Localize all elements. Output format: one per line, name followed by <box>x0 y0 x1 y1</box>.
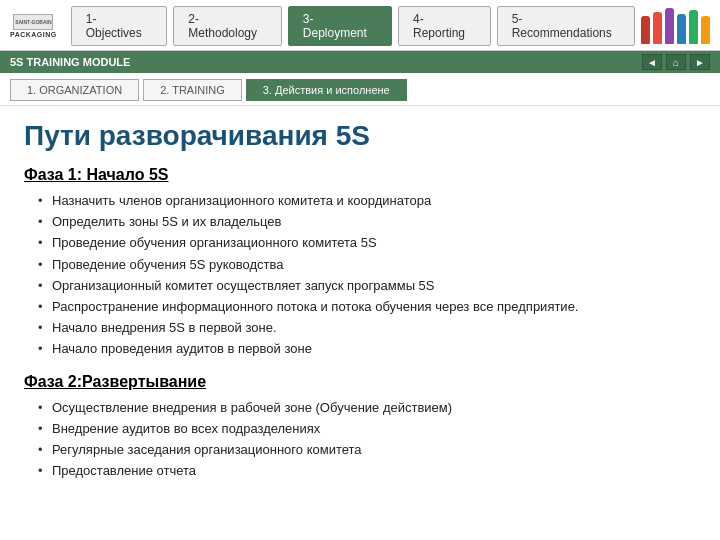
list-item: Внедрение аудитов во всех подразделениях <box>38 420 696 438</box>
list-item: Определить зоны 5S и их владельцев <box>38 213 696 231</box>
phases-container: Фаза 1: Начало 5SНазначить членов органи… <box>24 166 696 480</box>
list-item: Регулярные заседания организационного ко… <box>38 441 696 459</box>
module-nav: ◄ ⌂ ► <box>642 54 710 70</box>
page-title: Пути разворачивания 5S <box>24 120 696 152</box>
sub-tab-training[interactable]: 2. TRAINING <box>143 79 242 101</box>
bottle-area <box>641 8 710 44</box>
bottle-icon-2 <box>665 8 674 44</box>
phase-list-1: Осуществление внедрения в рабочей зоне (… <box>24 399 696 481</box>
bottle-icon-1 <box>653 12 662 44</box>
list-item: Проведение обучения организационного ком… <box>38 234 696 252</box>
list-item: Начало проведения аудитов в первой зоне <box>38 340 696 358</box>
bottle-icon-3 <box>677 14 686 44</box>
content: Пути разворачивания 5S Фаза 1: Начало 5S… <box>0 106 720 540</box>
phase-0: Фаза 1: Начало 5SНазначить членов органи… <box>24 166 696 359</box>
phase-1: Фаза 2:РазвертываниеОсуществление внедре… <box>24 373 696 481</box>
nav-tab-reporting[interactable]: 4- Reporting <box>398 6 491 46</box>
list-item: Проведение обучения 5S руководства <box>38 256 696 274</box>
logo-top: SAINT-GOBAIN <box>13 14 53 30</box>
list-item: Начало внедрения 5S в первой зоне. <box>38 319 696 337</box>
nav-home-button[interactable]: ⌂ <box>666 54 686 70</box>
nav-tab-recommendations[interactable]: 5- Recommendations <box>497 6 635 46</box>
header: SAINT-GOBAIN PACKAGING 1- Objectives2- M… <box>0 0 720 51</box>
logo-bottom: PACKAGING <box>10 31 57 38</box>
list-item: Распространение информационного потока и… <box>38 298 696 316</box>
nav-tab-deployment[interactable]: 3- Deployment <box>288 6 392 46</box>
module-bar: 5S TRAINING MODULE ◄ ⌂ ► <box>0 51 720 73</box>
bottle-icon-5 <box>701 16 710 44</box>
bottle-icon-4 <box>689 10 698 44</box>
nav-tabs: 1- Objectives2- Methodology3- Deployment… <box>71 6 635 46</box>
nav-next-button[interactable]: ► <box>690 54 710 70</box>
nav-tab-objectives[interactable]: 1- Objectives <box>71 6 168 46</box>
list-item: Осуществление внедрения в рабочей зоне (… <box>38 399 696 417</box>
phase-title-1: Фаза 2:Развертывание <box>24 373 696 391</box>
logo-area: SAINT-GOBAIN PACKAGING <box>10 14 57 38</box>
list-item: Назначить членов организационного комите… <box>38 192 696 210</box>
list-item: Предоставление отчета <box>38 462 696 480</box>
module-title: 5S TRAINING MODULE <box>10 56 130 68</box>
nav-prev-button[interactable]: ◄ <box>642 54 662 70</box>
phase-list-0: Назначить членов организационного комите… <box>24 192 696 359</box>
sub-tab-actions[interactable]: 3. Действия и исполнене <box>246 79 407 101</box>
list-item: Организационный комитет осуществляет зап… <box>38 277 696 295</box>
sub-tabs: 1. ORGANIZATION2. TRAINING3. Действия и … <box>0 73 720 106</box>
sub-tab-organization[interactable]: 1. ORGANIZATION <box>10 79 139 101</box>
nav-tab-methodology[interactable]: 2- Methodology <box>173 6 282 46</box>
bottle-icon-0 <box>641 16 650 44</box>
phase-title-0: Фаза 1: Начало 5S <box>24 166 696 184</box>
